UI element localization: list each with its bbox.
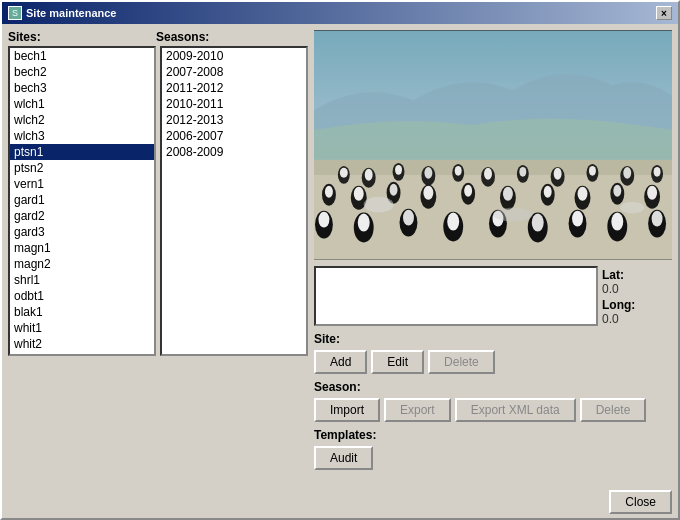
svg-point-44: [647, 186, 657, 200]
window-icon: S: [8, 6, 22, 20]
site-section-label: Site:: [314, 332, 672, 346]
lat-label: Lat:: [602, 268, 672, 282]
svg-point-20: [589, 166, 596, 176]
season-section-label: Season:: [314, 380, 672, 394]
list-item[interactable]: bech1: [10, 48, 154, 64]
site-edit-button[interactable]: Edit: [371, 350, 424, 374]
list-item[interactable]: ptsn2: [10, 160, 154, 176]
list-item[interactable]: 2012-2013: [162, 112, 306, 128]
svg-point-52: [447, 213, 459, 231]
list-item[interactable]: 2007-2008: [162, 64, 306, 80]
svg-point-22: [623, 167, 631, 179]
list-item[interactable]: shrl1: [10, 272, 154, 288]
svg-point-50: [403, 210, 414, 226]
seasons-list-container: 2009-2010 2007-2008 2011-2012 2010-2011 …: [160, 46, 308, 356]
title-bar-left: S Site maintenance: [8, 6, 116, 20]
svg-point-8: [395, 165, 402, 175]
site-action-section: Site: Add Edit Delete: [314, 332, 672, 374]
season-action-section: Season: Import Export Export XML data De…: [314, 380, 672, 422]
left-panel: Sites: Seasons: bech1 bech2 bech3 wlch1 …: [8, 30, 308, 480]
svg-point-38: [544, 186, 552, 198]
svg-point-64: [493, 208, 533, 222]
audit-button[interactable]: Audit: [314, 446, 373, 470]
list-item[interactable]: magn1: [10, 240, 154, 256]
list-item[interactable]: wlch1: [10, 96, 154, 112]
list-item[interactable]: whit2: [10, 336, 154, 352]
site-button-row: Add Edit Delete: [314, 350, 672, 374]
penguin-scene: [314, 30, 672, 260]
close-button[interactable]: Close: [609, 490, 672, 514]
svg-point-62: [652, 211, 663, 227]
main-window: S Site maintenance × Sites: Seasons: bec…: [0, 0, 680, 520]
list-item[interactable]: magn2: [10, 256, 154, 272]
list-item-selected[interactable]: ptsn1: [10, 144, 154, 160]
sites-list-scroll[interactable]: bech1 bech2 bech3 wlch1 wlch2 wlch3 ptsn…: [10, 48, 154, 354]
season-export-button[interactable]: Export: [384, 398, 451, 422]
svg-point-6: [365, 169, 373, 181]
svg-point-24: [654, 167, 661, 177]
long-row: Long: 0.0: [602, 298, 672, 326]
long-label: Long:: [602, 298, 672, 312]
svg-point-18: [554, 168, 562, 180]
list-item[interactable]: odbt1: [10, 288, 154, 304]
lat-long-panel: Lat: 0.0 Long: 0.0: [602, 266, 672, 326]
svg-point-10: [424, 167, 432, 179]
svg-point-42: [613, 185, 621, 197]
svg-point-46: [318, 212, 329, 228]
svg-point-32: [423, 186, 433, 200]
svg-point-56: [532, 214, 544, 232]
window-close-button[interactable]: ×: [656, 6, 672, 20]
site-delete-button[interactable]: Delete: [428, 350, 495, 374]
season-button-row: Import Export Export XML data Delete: [314, 398, 672, 422]
svg-point-60: [611, 213, 623, 231]
list-item[interactable]: wlch2: [10, 112, 154, 128]
list-item[interactable]: bech3: [10, 80, 154, 96]
sites-header: Sites:: [8, 30, 156, 44]
list-item[interactable]: 2010-2011: [162, 96, 306, 112]
svg-point-40: [578, 187, 588, 201]
season-export-xml-button[interactable]: Export XML data: [455, 398, 576, 422]
list-item[interactable]: 2009-2010: [162, 48, 306, 64]
panel-headers: Sites: Seasons:: [8, 30, 308, 44]
list-item[interactable]: rook1: [10, 352, 154, 354]
svg-point-63: [364, 197, 394, 213]
list-item[interactable]: gard2: [10, 208, 154, 224]
svg-point-48: [358, 214, 370, 232]
sites-list-container: bech1 bech2 bech3 wlch1 wlch2 wlch3 ptsn…: [8, 46, 156, 356]
svg-point-28: [354, 187, 364, 201]
lat-value: 0.0: [602, 282, 672, 296]
long-value: 0.0: [602, 312, 672, 326]
list-item[interactable]: vern1: [10, 176, 154, 192]
list-item[interactable]: wlch3: [10, 128, 154, 144]
list-item[interactable]: bech2: [10, 64, 154, 80]
list-item[interactable]: 2011-2012: [162, 80, 306, 96]
season-import-button[interactable]: Import: [314, 398, 380, 422]
season-delete-button[interactable]: Delete: [580, 398, 647, 422]
list-item[interactable]: blak1: [10, 304, 154, 320]
list-item[interactable]: whit1: [10, 320, 154, 336]
footer: Close: [2, 486, 678, 518]
window-title: Site maintenance: [26, 7, 116, 19]
svg-point-30: [390, 184, 398, 196]
svg-point-14: [484, 168, 492, 180]
list-item[interactable]: 2008-2009: [162, 144, 306, 160]
svg-point-16: [519, 167, 526, 177]
list-item[interactable]: 2006-2007: [162, 128, 306, 144]
lat-row: Lat: 0.0: [602, 268, 672, 296]
site-add-button[interactable]: Add: [314, 350, 367, 374]
title-bar: S Site maintenance ×: [2, 2, 678, 24]
svg-point-26: [325, 186, 333, 198]
site-description-textarea[interactable]: [314, 266, 598, 326]
site-photo: [314, 30, 672, 260]
templates-button-row: Audit: [314, 446, 672, 470]
lists-row: bech1 bech2 bech3 wlch1 wlch2 wlch3 ptsn…: [8, 46, 308, 356]
svg-point-12: [455, 166, 462, 176]
svg-point-4: [340, 168, 348, 178]
seasons-list-scroll[interactable]: 2009-2010 2007-2008 2011-2012 2010-2011 …: [162, 48, 306, 354]
svg-point-58: [572, 211, 583, 227]
svg-point-65: [620, 202, 644, 214]
content-area: Sites: Seasons: bech1 bech2 bech3 wlch1 …: [2, 24, 678, 486]
list-item[interactable]: gard1: [10, 192, 154, 208]
right-panel: Lat: 0.0 Long: 0.0 Site: Add Edit Delete: [314, 30, 672, 480]
list-item[interactable]: gard3: [10, 224, 154, 240]
